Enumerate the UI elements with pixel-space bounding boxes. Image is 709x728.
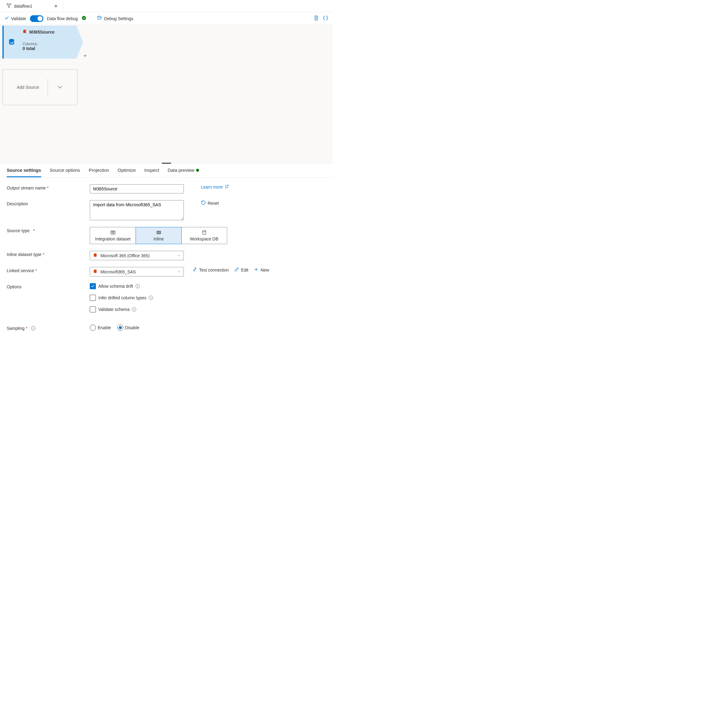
options-label: Options [7, 284, 21, 289]
tab-optimize[interactable]: Optimize [118, 167, 136, 177]
inline-type-value: Microsoft 365 (Office 365) [101, 253, 150, 258]
info-icon[interactable]: i [132, 307, 136, 312]
output-stream-input[interactable] [90, 184, 184, 194]
source-type-integration[interactable]: Integration dataset [90, 227, 136, 244]
integration-label: Integration dataset [91, 236, 134, 241]
sampling-label: Sampling [7, 326, 25, 331]
validate-schema-label: Validate schema [98, 307, 130, 312]
validate-label: Validate [11, 16, 26, 21]
info-icon[interactable]: i [149, 296, 153, 300]
toolbar: Validate Data flow debug Debug Settings [0, 12, 333, 25]
settings-form: Output stream name * Learn more Descript… [0, 178, 333, 344]
node-type-icon [4, 26, 19, 58]
output-stream-label: Output stream name [7, 185, 46, 191]
tab-bar: dataflow1 [0, 0, 333, 12]
status-dot-icon [196, 169, 199, 172]
inline-type-select[interactable]: Microsoft 365 (Office 365) [90, 251, 184, 260]
edit-label: Edit [241, 268, 248, 272]
description-input[interactable] [90, 200, 184, 220]
connection-icon [193, 267, 197, 273]
infer-drifted-label: Infer drifted column types [98, 296, 146, 300]
canvas[interactable]: M365Source Columns: 0 total + Add Source [0, 25, 333, 163]
add-step-icon[interactable]: + [83, 53, 87, 59]
learn-more-label: Learn more [201, 185, 223, 189]
columns-label: Columns: [23, 42, 54, 46]
source-type-workspace[interactable]: Workspace DB [181, 227, 227, 244]
enable-label: Enable [98, 325, 111, 330]
source-node[interactable]: M365Source Columns: 0 total + [3, 26, 330, 58]
script-icon[interactable] [314, 15, 319, 22]
add-source-button[interactable]: Add Source [3, 69, 77, 105]
chevron-down-icon[interactable] [57, 84, 63, 91]
edit-button[interactable]: Edit [234, 267, 248, 273]
source-type-label: Source type [7, 228, 30, 233]
inline-type-label: Inline dataset type [7, 252, 42, 257]
node-name: M365Source [29, 30, 54, 35]
m365-icon [93, 269, 98, 274]
infer-drifted-checkbox[interactable] [90, 295, 96, 301]
allow-drift-checkbox[interactable] [90, 283, 96, 289]
dirty-indicator [55, 5, 57, 7]
tab-dataflow1[interactable]: dataflow1 [0, 0, 64, 12]
plus-icon [254, 267, 259, 273]
debug-settings-icon [97, 15, 102, 22]
description-label: Description [7, 201, 28, 206]
allow-drift-label: Allow schema drift [98, 284, 133, 289]
test-connection-label: Test connection [199, 268, 229, 272]
chevron-down-icon [177, 269, 181, 274]
test-connection-button[interactable]: Test connection [193, 267, 229, 273]
tab-source-options[interactable]: Source options [50, 167, 80, 177]
learn-more-link[interactable]: Learn more [201, 184, 229, 189]
columns-count: 0 total [23, 46, 54, 51]
dataflow-icon [6, 3, 12, 9]
svg-point-8 [203, 230, 206, 232]
tab-source-settings[interactable]: Source settings [7, 167, 41, 177]
debug-label: Data flow debug [47, 16, 78, 21]
svg-rect-6 [111, 231, 115, 234]
linked-service-select[interactable]: Microsoft365_SAS [90, 267, 184, 277]
linked-service-value: Microsoft365_SAS [101, 269, 136, 274]
check-icon [4, 16, 9, 21]
panel-resize-handle[interactable] [162, 163, 171, 164]
validate-button[interactable]: Validate [4, 16, 26, 21]
m365-icon [23, 29, 27, 35]
inline-label: Inline [137, 236, 180, 241]
m365-icon [93, 253, 98, 258]
svg-point-0 [7, 3, 8, 5]
tab-inspect[interactable]: Inspect [144, 167, 159, 177]
new-button[interactable]: New [254, 267, 269, 273]
debug-settings-button[interactable]: Debug Settings [97, 15, 133, 22]
external-link-icon [225, 184, 229, 189]
add-source-label: Add Source [17, 85, 39, 90]
data-preview-label: Data preview [168, 167, 194, 173]
linked-service-label: Linked service [7, 268, 34, 273]
workspace-label: Workspace DB [182, 236, 226, 241]
chevron-down-icon [177, 253, 181, 258]
reset-label: Reset [208, 201, 219, 206]
validate-schema-checkbox[interactable] [90, 306, 96, 312]
info-icon[interactable]: i [31, 326, 35, 331]
reset-icon [201, 200, 206, 206]
reset-button[interactable]: Reset [201, 200, 219, 206]
sampling-disable-radio[interactable] [117, 325, 123, 331]
debug-settings-label: Debug Settings [104, 16, 133, 21]
svg-point-2 [8, 6, 10, 7]
info-icon[interactable]: i [136, 284, 140, 288]
disable-label: Disable [125, 325, 140, 330]
tab-projection[interactable]: Projection [89, 167, 109, 177]
edit-icon [234, 267, 239, 273]
debug-toggle[interactable] [30, 15, 43, 22]
source-type-selector: Integration dataset Inline Workspace DB [90, 227, 227, 244]
panel-tabs: Source settings Source options Projectio… [0, 163, 333, 178]
braces-icon[interactable] [323, 15, 328, 22]
new-label: New [260, 268, 269, 272]
svg-point-4 [98, 16, 101, 17]
source-type-inline[interactable]: Inline [136, 227, 182, 244]
tab-title: dataflow1 [14, 4, 32, 9]
success-icon [82, 16, 86, 21]
sampling-enable-radio[interactable] [90, 325, 96, 331]
tab-data-preview[interactable]: Data preview [168, 167, 199, 177]
svg-point-1 [9, 3, 11, 5]
